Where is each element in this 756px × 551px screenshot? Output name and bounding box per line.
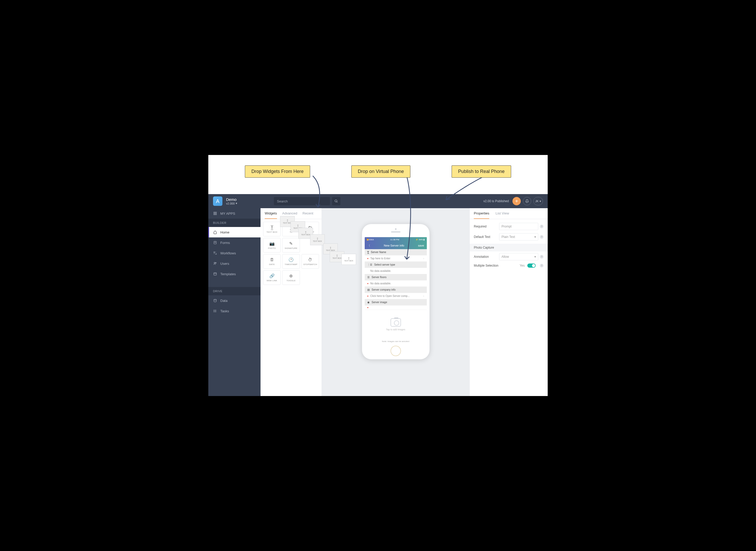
- grid-icon: [213, 211, 217, 215]
- app-logo[interactable]: A: [213, 196, 222, 206]
- section-photo-capture: Photo Capture: [470, 244, 548, 251]
- sidebar-templates[interactable]: Templates: [208, 269, 261, 279]
- clock-icon: 🕐: [288, 257, 294, 262]
- widget-signature[interactable]: ✎SIGNATURE: [282, 238, 300, 252]
- calendar-icon: 🗓: [270, 257, 274, 262]
- tab-list-view[interactable]: List View: [495, 208, 509, 219]
- callout-widgets: Drop Widgets From Here: [245, 165, 310, 178]
- svg-rect-5: [215, 214, 216, 215]
- sidebar-item-label: Workflows: [220, 251, 236, 255]
- drag-ghost: T̲TEXT BOX: [341, 254, 356, 265]
- topbar: A Demo v2.000 ▾ v2.00 is Published +: [208, 194, 548, 208]
- search-icon: [334, 199, 338, 203]
- tasks-icon: [213, 309, 217, 313]
- sidebar-item-label: Tasks: [220, 309, 229, 313]
- widget-photo[interactable]: 📷PHOTO: [263, 238, 281, 252]
- help-icon[interactable]: ?: [540, 224, 543, 228]
- sidebar-header-drive: DRIVE: [208, 287, 261, 295]
- field-company[interactable]: ▤Server company info: [365, 287, 427, 293]
- sidebar-tasks[interactable]: Tasks: [208, 306, 261, 316]
- sidebar-item-label: Data: [220, 299, 227, 303]
- prop-annotation: Annotation Allow▾ ?: [474, 253, 543, 260]
- arrow-publish: [441, 176, 493, 204]
- user-menu[interactable]: JK ▾: [533, 197, 543, 205]
- widget-date[interactable]: 🗓DATE: [263, 254, 281, 269]
- search-button[interactable]: [332, 197, 340, 205]
- prop-default-text: Default Text Plain Text▾ ?: [474, 233, 543, 240]
- image-note: Note: Images can be annoted: [365, 339, 427, 344]
- help-icon[interactable]: ?: [540, 264, 543, 267]
- field-floors[interactable]: ☰Server floors: [365, 274, 427, 281]
- data-icon: [213, 299, 217, 303]
- widget-textbox[interactable]: T̲TEXT BOX: [263, 222, 281, 236]
- version-dropdown[interactable]: v2.000 ▾: [226, 202, 237, 205]
- svg-point-15: [214, 299, 216, 300]
- sidebar-item-label: MY APPS: [220, 211, 235, 215]
- svg-point-0: [335, 200, 337, 202]
- chevron-down-icon: ▾: [236, 202, 237, 205]
- widget-stopwatch[interactable]: ⏱STOPWATCH: [301, 254, 319, 269]
- field-marker: [365, 306, 427, 310]
- signature-icon: ✎: [289, 241, 293, 246]
- add-button[interactable]: +: [512, 197, 521, 205]
- multi-select-toggle[interactable]: [527, 263, 536, 268]
- sidebar-home[interactable]: Home: [208, 227, 261, 237]
- tab-widgets[interactable]: Widgets: [265, 208, 277, 219]
- required-input[interactable]: Prompt: [499, 223, 538, 230]
- sidebar-item-label: Home: [220, 230, 229, 234]
- templates-icon: [213, 272, 217, 276]
- field-image[interactable]: ◉Server image: [365, 299, 427, 306]
- field-value[interactable]: No data available.: [365, 281, 427, 287]
- forms-icon: [213, 240, 217, 245]
- prop-multi-select: Multiple Selection Yes ?: [474, 263, 543, 268]
- arrow-widgets: [300, 176, 331, 212]
- stopwatch-icon: ⏱: [308, 257, 312, 262]
- image-placeholder[interactable]: Tap to add images: [365, 310, 427, 339]
- workflows-icon: [213, 251, 217, 255]
- sidebar-workflows[interactable]: Workflows: [208, 248, 261, 258]
- toggle-icon: ⊚: [289, 273, 293, 279]
- chevron-down-icon: ▾: [540, 199, 541, 203]
- sidebar-item-label: Templates: [220, 272, 236, 276]
- default-text-select[interactable]: Plain Text▾: [499, 233, 538, 240]
- svg-point-9: [214, 252, 215, 253]
- widget-timestamp[interactable]: 🕐TIMESTAMP: [282, 254, 300, 269]
- widget-toggle[interactable]: ⊚TOGGLE: [282, 270, 300, 285]
- sidebar: MY APPS BUILDER Home Forms: [208, 208, 261, 396]
- arrow-phone: [391, 176, 422, 264]
- sidebar-my-apps[interactable]: MY APPS: [208, 208, 261, 218]
- sidebar-users[interactable]: Users: [208, 258, 261, 269]
- text-icon: T̲: [271, 225, 273, 230]
- properties-panel: Properties List View Required Prompt ? D…: [469, 208, 548, 396]
- sidebar-item-label: Users: [220, 262, 229, 265]
- bell-icon: [525, 199, 529, 203]
- field-link[interactable]: Click here to Open Server comp...›: [365, 293, 427, 299]
- sidebar-item-label: Forms: [220, 241, 230, 245]
- camera-icon: 📷: [269, 241, 275, 246]
- chevron-down-icon: ▾: [534, 235, 536, 239]
- svg-point-10: [216, 253, 217, 254]
- field-value[interactable]: No data available.: [365, 268, 427, 274]
- svg-line-1: [337, 202, 337, 202]
- sidebar-data[interactable]: Data: [208, 295, 261, 306]
- callout-phone: Drop on Virtual Phone: [351, 165, 411, 178]
- prop-required: Required Prompt ?: [474, 223, 543, 230]
- back-icon[interactable]: 〈: [367, 244, 370, 247]
- svg-point-11: [214, 262, 215, 263]
- annotation-select[interactable]: Allow▾: [499, 253, 538, 260]
- callout-publish: Publish to Real Phone: [452, 165, 511, 178]
- widget-weblink[interactable]: 🔗WEB LINK: [263, 270, 281, 285]
- chevron-down-icon: ▾: [534, 255, 536, 258]
- app-title: Demo: [226, 197, 237, 202]
- home-icon: [213, 230, 217, 234]
- sidebar-header-builder: BUILDER: [208, 218, 261, 227]
- notifications-button[interactable]: [523, 197, 531, 205]
- phone-home-button: [391, 346, 401, 356]
- svg-rect-13: [214, 272, 217, 275]
- help-icon[interactable]: ?: [540, 255, 543, 258]
- sidebar-forms[interactable]: Forms: [208, 237, 261, 248]
- users-icon: [213, 261, 217, 265]
- svg-rect-2: [214, 212, 215, 213]
- tab-properties[interactable]: Properties: [474, 208, 489, 219]
- help-icon[interactable]: ?: [540, 235, 543, 239]
